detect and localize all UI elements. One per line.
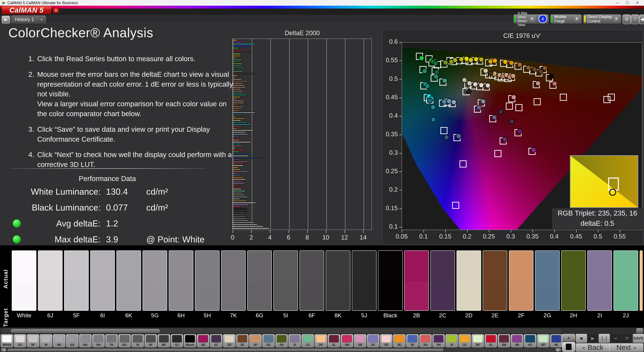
cie-measured-point[interactable] (452, 57, 458, 63)
comparator-patch-2C[interactable] (431, 251, 455, 311)
play-button[interactable]: ▶ (587, 334, 598, 343)
deltae-bar[interactable] (233, 96, 240, 98)
swatch-button-3H[interactable]: 3H (432, 334, 445, 347)
cie-measured-point[interactable] (535, 81, 541, 86)
deltae-bar[interactable] (233, 73, 254, 74)
cie-measured-point[interactable] (462, 77, 467, 83)
swatch-button-5I[interactable]: 5I (132, 334, 144, 347)
current-patch-button[interactable] (562, 342, 575, 352)
minimize-icon[interactable]: — (612, 0, 622, 6)
cie-measured-point[interactable] (459, 56, 464, 62)
swatch-button-4B[interactable]: 4B (511, 334, 523, 347)
cie-measured-point[interactable] (492, 58, 498, 63)
close-icon[interactable]: ✕ (632, 0, 642, 6)
swatch-button-2L[interactable]: 2L (328, 334, 340, 347)
scrollbar-thumb[interactable] (11, 329, 160, 333)
cie-measured-point[interactable] (548, 74, 554, 79)
comparator-patch-2J[interactable] (614, 251, 638, 311)
comparator-patch-2E[interactable] (483, 251, 507, 311)
cie-measured-point[interactable] (442, 99, 447, 104)
swatch-button-2C[interactable]: 2C (210, 334, 222, 347)
deltae-bar[interactable] (233, 173, 237, 174)
swatch-button-6H[interactable]: 6H (79, 334, 92, 347)
deltae-bar[interactable] (233, 161, 248, 162)
swatch-button-3B[interactable]: 3B (354, 334, 366, 347)
comparator-patch-2I[interactable] (588, 251, 612, 311)
deltae-bar[interactable] (233, 212, 246, 213)
deltae-bar[interactable] (233, 88, 241, 90)
deltae-bar[interactable] (233, 141, 251, 143)
deltae-bar[interactable] (233, 147, 236, 149)
deltae-bar[interactable] (233, 190, 246, 192)
swatch-button-2G[interactable]: 2G (262, 334, 275, 347)
comparator-patch-6H[interactable] (169, 251, 193, 311)
comparator-patch-6I[interactable] (90, 251, 114, 311)
comparator-patch-5I[interactable] (274, 251, 298, 311)
swatch-button-2I[interactable]: 2I (288, 334, 301, 347)
deltae-bar[interactable] (233, 143, 241, 145)
deltae-bar[interactable] (233, 198, 240, 200)
comparator-patch-5F[interactable] (64, 251, 88, 311)
deltae-bar[interactable] (233, 179, 246, 180)
deltae-bar[interactable] (233, 102, 244, 104)
scroll-right-button[interactable]: ▶ (556, 348, 561, 352)
cie-measured-point[interactable] (509, 60, 514, 65)
cie-measured-point[interactable] (502, 137, 508, 142)
deltae-bar[interactable] (233, 116, 236, 117)
comparator-patch-6G[interactable] (248, 251, 272, 311)
deltae-bar[interactable] (233, 214, 245, 215)
deltae-bar[interactable] (233, 39, 237, 41)
cie-measured-point[interactable] (510, 73, 516, 79)
deltae-bar[interactable] (233, 149, 246, 151)
patch-list-scrollbar-bottom[interactable] (7, 348, 555, 352)
swatch-button-5G[interactable]: 5G (66, 334, 78, 347)
deltae-bar[interactable] (233, 222, 254, 223)
deltae-bar[interactable] (233, 51, 250, 53)
logo-dropdown-button[interactable]: ▼ (53, 8, 59, 13)
swatch-button-5F[interactable]: 5F (27, 334, 39, 347)
swatch-button-2M[interactable]: 2M (341, 334, 353, 347)
swatch-button-4E[interactable]: 4E (550, 334, 562, 347)
continuous-read-button[interactable]: ∞ (610, 334, 621, 343)
deltae-bar[interactable] (233, 167, 239, 168)
swatch-button-Black[interactable]: Black (184, 334, 196, 347)
deltae-bar[interactable] (233, 85, 245, 86)
comparator-patch-2G[interactable] (535, 251, 559, 311)
swatch-button-8K[interactable]: 8K (158, 334, 170, 347)
deltae-bar[interactable] (233, 136, 240, 137)
swatch-button-3L[interactable]: 3L (485, 334, 497, 347)
deltae-bar[interactable] (233, 169, 240, 170)
deltae-bar[interactable] (233, 194, 245, 196)
cie-measured-point[interactable] (485, 83, 490, 88)
display-control-dropdown[interactable]: Direct Display Control ▼ (583, 14, 621, 23)
deltae-bar[interactable] (233, 124, 251, 125)
cie-measured-point[interactable] (479, 82, 484, 88)
cie-measured-point[interactable] (430, 105, 436, 110)
swatch-button-3D[interactable]: 3D (380, 334, 392, 347)
cie-measured-point[interactable] (442, 78, 448, 83)
swatch-button-3C[interactable]: 3C (367, 334, 379, 347)
cie-measured-point[interactable] (480, 99, 486, 104)
swatch-button-6G[interactable]: 6G (118, 334, 131, 347)
comparator-patch-6F[interactable] (300, 251, 324, 311)
deltae-bar[interactable] (233, 192, 242, 194)
back-button[interactable]: « Back (576, 343, 610, 352)
swatch-button-3G[interactable]: 3G (419, 334, 432, 347)
deltae-bar[interactable] (233, 49, 243, 51)
deltae-bar[interactable] (233, 45, 250, 47)
deltae-bar[interactable] (233, 185, 240, 186)
swatch-button-5J[interactable]: 5J (171, 334, 183, 347)
deltae-bar[interactable] (233, 218, 247, 219)
deltae-bar[interactable] (233, 228, 270, 229)
deltae-bar[interactable] (233, 122, 248, 123)
deltae-bar[interactable] (233, 114, 243, 115)
deltae-bar[interactable] (233, 202, 256, 204)
maximize-icon[interactable]: ☐ (622, 0, 632, 6)
swatch-button-2K[interactable]: 2K (314, 334, 327, 347)
swatch-button-2F[interactable]: 2F (249, 334, 262, 347)
deltae-bar[interactable] (233, 208, 247, 209)
deltae-bar[interactable] (233, 83, 243, 84)
comparator-patch-2B[interactable] (404, 251, 428, 311)
cie-measured-point[interactable] (419, 55, 424, 61)
stop-button[interactable]: ■ (576, 334, 587, 343)
